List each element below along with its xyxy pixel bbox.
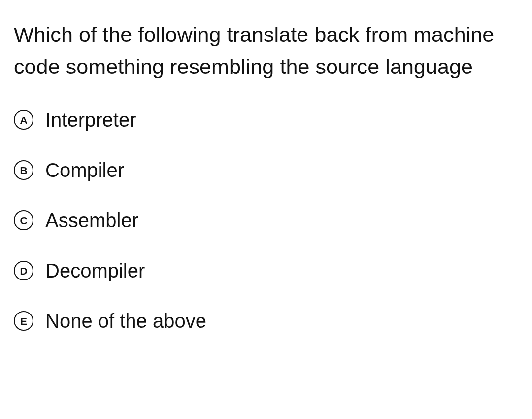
question-text: Which of the following translate back fr… — [14, 19, 518, 82]
option-a[interactable]: A Interpreter — [14, 110, 518, 130]
option-e[interactable]: E None of the above — [14, 311, 518, 331]
option-text-c: Assembler — [45, 210, 138, 230]
option-letter-b-icon: B — [14, 160, 33, 180]
option-text-d: Decompiler — [45, 261, 145, 280]
option-letter-a-icon: A — [14, 110, 33, 130]
option-letter-d-icon: D — [14, 261, 33, 280]
option-b[interactable]: B Compiler — [14, 160, 518, 180]
options-list: A Interpreter B Compiler C Assembler D D… — [14, 110, 518, 331]
option-d[interactable]: D Decompiler — [14, 261, 518, 280]
option-text-e: None of the above — [45, 311, 206, 331]
quiz-container: Which of the following translate back fr… — [0, 0, 532, 345]
option-text-b: Compiler — [45, 160, 124, 180]
option-letter-c-icon: C — [14, 210, 33, 230]
option-c[interactable]: C Assembler — [14, 210, 518, 230]
option-text-a: Interpreter — [45, 110, 136, 130]
option-letter-e-icon: E — [14, 311, 33, 331]
